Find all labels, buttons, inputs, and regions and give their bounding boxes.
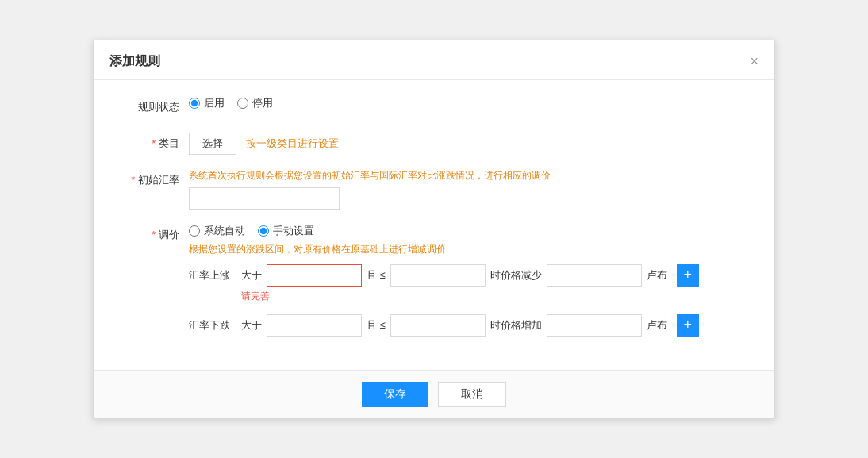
adjustment-content: 系统自动 手动设置 根据您设置的涨跌区间，对原有价格在原基础上进行增减调价 汇率…	[189, 224, 751, 340]
rule-status-content: 启用 停用	[189, 96, 751, 110]
dialog-header: 添加规则 ×	[94, 40, 774, 80]
price-decrease-input[interactable]	[547, 264, 642, 287]
currency-label-down: 卢布	[647, 318, 667, 333]
dialog-title: 添加规则	[109, 53, 160, 70]
rule-status-row: 规则状态 启用 停用	[117, 96, 751, 118]
rate-up-row: 汇率上涨 大于 且 ≤ 时价格减少 卢布 +	[189, 264, 751, 287]
category-link[interactable]: 按一级类目进行设置	[246, 133, 339, 155]
enable-radio[interactable]: 启用	[189, 96, 225, 110]
auto-label: 系统自动	[204, 224, 245, 238]
price-increase-label: 时价格增加	[490, 318, 542, 333]
rate-down-section: 汇率下跌 大于 且 ≤ 时价格增加 卢布 +	[189, 314, 751, 340]
initial-rate-label: 初始汇率	[117, 169, 189, 191]
auto-radio[interactable]: 系统自动	[189, 224, 245, 238]
enable-label: 启用	[204, 96, 225, 110]
disable-radio-input[interactable]	[237, 98, 248, 109]
initial-rate-hint: 系统首次执行规则会根据您设置的初始汇率与国际汇率对比涨跌情况，进行相应的调价	[189, 169, 751, 183]
rate-up-max-input[interactable]	[390, 264, 486, 287]
rate-down-label: 汇率下跌	[189, 318, 236, 333]
auto-radio-input[interactable]	[189, 225, 200, 237]
greater-than-label-down: 大于	[241, 318, 262, 333]
manual-radio-input[interactable]	[258, 225, 269, 237]
close-icon[interactable]: ×	[750, 54, 759, 68]
manual-label: 手动设置	[273, 224, 314, 238]
manual-radio[interactable]: 手动设置	[258, 224, 314, 238]
status-radio-group: 启用 停用	[189, 96, 273, 110]
category-label: 类目	[117, 133, 189, 155]
adjustment-radio-group: 系统自动 手动设置	[189, 224, 751, 238]
dialog-footer: 保存 取消	[94, 370, 774, 418]
rate-up-section: 汇率上涨 大于 且 ≤ 时价格减少 卢布 + 请完善	[189, 264, 751, 303]
dialog-overlay: 添加规则 × 规则状态 启用 停用	[0, 0, 868, 458]
cancel-button[interactable]: 取消	[438, 382, 506, 407]
category-row: 类目 选择 按一级类目进行设置	[117, 133, 751, 155]
price-increase-input[interactable]	[547, 314, 642, 337]
add-rate-up-button[interactable]: +	[677, 264, 699, 287]
currency-label-up: 卢布	[647, 268, 667, 283]
initial-rate-row: 初始汇率 系统首次执行规则会根据您设置的初始汇率与国际汇率对比涨跌情况，进行相应…	[117, 169, 751, 210]
initial-rate-input[interactable]	[189, 187, 340, 210]
save-button[interactable]: 保存	[362, 382, 428, 407]
and-lte-label-down: 且 ≤	[367, 318, 386, 333]
price-decrease-label: 时价格减少	[490, 268, 542, 283]
rate-down-row: 汇率下跌 大于 且 ≤ 时价格增加 卢布 +	[189, 314, 751, 337]
category-select-button[interactable]: 选择	[189, 133, 236, 155]
add-rate-down-button[interactable]: +	[677, 314, 699, 337]
category-content: 选择 按一级类目进行设置	[189, 133, 751, 155]
and-lte-label-up: 且 ≤	[367, 268, 386, 283]
greater-than-label-up: 大于	[241, 268, 262, 283]
adjustment-label: 调价	[117, 224, 189, 246]
rate-up-label: 汇率上涨	[189, 268, 236, 283]
disable-label: 停用	[252, 96, 273, 110]
enable-radio-input[interactable]	[189, 98, 200, 109]
error-text-up: 请完善	[241, 290, 751, 303]
adjustment-row: 调价 系统自动 手动设置 根据您设置的涨跌区间，对原有价格在原基础上进行增减调价	[117, 224, 751, 340]
dialog-body: 规则状态 启用 停用 类目	[94, 80, 774, 370]
dialog: 添加规则 × 规则状态 启用 停用	[93, 40, 775, 419]
adjustment-desc: 根据您设置的涨跌区间，对原有价格在原基础上进行增减调价	[189, 243, 446, 256]
disable-radio[interactable]: 停用	[237, 96, 273, 110]
initial-rate-content: 系统首次执行规则会根据您设置的初始汇率与国际汇率对比涨跌情况，进行相应的调价	[189, 169, 751, 210]
rate-up-min-input[interactable]	[267, 264, 362, 287]
rate-down-max-input[interactable]	[390, 314, 486, 337]
rule-status-label: 规则状态	[117, 96, 189, 118]
rate-down-min-input[interactable]	[267, 314, 362, 337]
